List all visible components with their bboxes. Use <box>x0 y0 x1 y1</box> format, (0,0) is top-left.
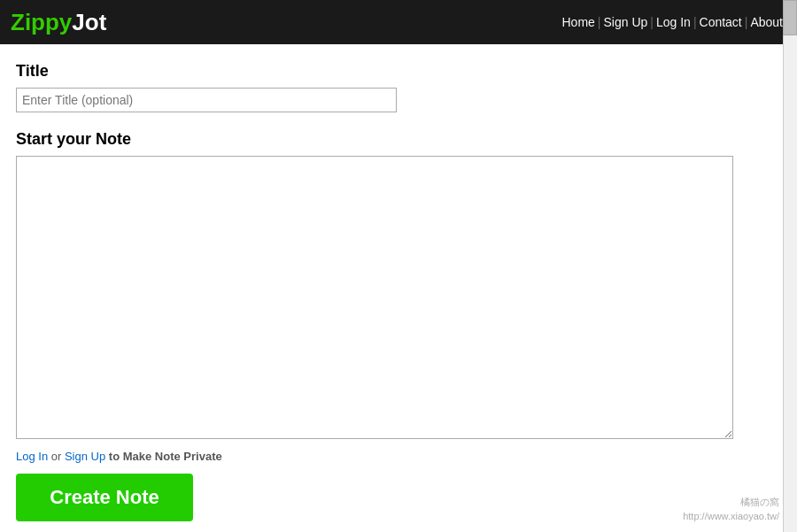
private-note-text: Log In or Sign Up to Make Note Private <box>16 450 746 463</box>
nav-contact[interactable]: Contact <box>700 15 742 29</box>
nav-sep-3: | <box>693 15 697 29</box>
header: ZippyJot Home | Sign Up | Log In | Conta… <box>0 0 797 44</box>
scrollbar-thumb[interactable] <box>783 0 797 35</box>
note-textarea[interactable] <box>16 156 733 439</box>
main-content: Title Start your Note Log In or Sign Up … <box>0 44 762 532</box>
logo: ZippyJot <box>11 9 106 36</box>
logo-zippy: Zippy <box>11 9 72 35</box>
nav-home[interactable]: Home <box>561 15 594 29</box>
create-note-button[interactable]: Create Note <box>16 474 193 521</box>
private-signup-link[interactable]: Sign Up <box>65 450 105 463</box>
title-input[interactable] <box>16 88 397 112</box>
watermark-line1: 橘猫の窩 <box>683 496 779 509</box>
watermark-line2: http://www.xiaoyao.tw/ <box>683 510 779 523</box>
nav-sep-1: | <box>598 15 601 29</box>
private-or-text: or <box>51 450 65 463</box>
nav-sep-4: | <box>745 15 748 29</box>
logo-jot: Jot <box>72 9 106 35</box>
nav: Home | Sign Up | Log In | Contact | Abou… <box>561 15 783 29</box>
private-suffix-text: to Make Note Private <box>109 450 222 463</box>
private-login-link[interactable]: Log In <box>16 450 48 463</box>
nav-login[interactable]: Log In <box>656 15 691 29</box>
nav-signup[interactable]: Sign Up <box>603 15 647 29</box>
note-label: Start your Note <box>16 130 746 149</box>
watermark: 橘猫の窩 http://www.xiaoyao.tw/ <box>683 496 779 523</box>
title-label: Title <box>16 62 746 81</box>
nav-sep-2: | <box>650 15 654 29</box>
scrollbar-track <box>783 0 797 532</box>
nav-about[interactable]: About <box>750 15 783 29</box>
